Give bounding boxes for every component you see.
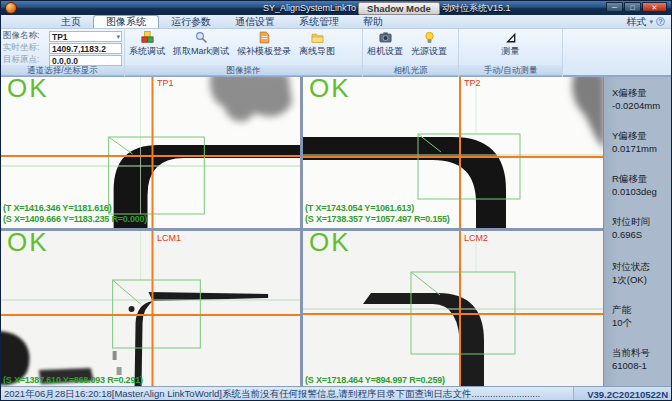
camera-icon xyxy=(378,31,392,44)
camera-view-tp1[interactable]: OK TP1 (T X=1416.346 Y=1181.616) (S X=14… xyxy=(1,77,300,228)
target-origin-value: 0.0,0.0 xyxy=(52,56,78,66)
realtime-coord-field: 1409.7,1183.2 xyxy=(49,43,122,54)
snap-coord-text: (S X=1409.666 Y=1183.235 R=0.000) xyxy=(3,214,147,224)
minimize-button[interactable]: ─ xyxy=(606,2,623,12)
system-debug-button[interactable]: 系统调试 xyxy=(125,29,169,58)
chevron-down-icon[interactable]: ▾ xyxy=(649,18,653,26)
camera-grid: OK TP1 (T X=1416.346 Y=1181.616) (S X=14… xyxy=(1,77,672,386)
image-name-label: 图像名称: xyxy=(3,30,49,42)
panel-label-lcm1: LCM1 xyxy=(157,233,181,243)
group-caption-image-ops: 图像操作 xyxy=(125,65,362,76)
style-dropdown[interactable]: 样式 xyxy=(626,15,646,29)
title-text-left: SY_AlignSystemLinkTo xyxy=(263,3,356,13)
help-icon[interactable]: ? xyxy=(656,17,665,26)
menu-item-help[interactable]: 帮助 xyxy=(351,15,395,28)
status-message: 2021年06月28日16:20:18[MasterAlign LinkToWo… xyxy=(1,388,573,401)
image-name-value: TP1 xyxy=(52,32,68,42)
title-bar: SY_AlignSystemLinkTo Shadow Mode 动对位系统V1… xyxy=(1,1,672,15)
cubes-icon xyxy=(140,31,154,44)
align-status-label: 对位状态 xyxy=(612,261,672,274)
x-offset-label: X偏移量 xyxy=(612,87,672,100)
template-register-button[interactable]: 候补模板登录 xyxy=(233,29,295,58)
window-title: SY_AlignSystemLinkTo Shadow Mode 动对位系统V1… xyxy=(263,1,510,15)
chevron-down-icon: ▾ xyxy=(116,32,120,42)
menu-item-system-mgmt[interactable]: 系统管理 xyxy=(287,15,351,28)
ribbon-filler xyxy=(563,29,672,75)
menu-bar: 主页 图像系统 运行参数 通信设置 系统管理 帮助 样式 ▾ ? xyxy=(1,15,672,29)
status-ok: OK xyxy=(7,77,49,104)
measure-group: 测量 手动/自动测量 xyxy=(459,29,563,77)
menu-item-image-system[interactable]: 图像系统 xyxy=(93,15,159,28)
image-ops-group: 系统调试 抓取Mark测试 候补模板登录 xyxy=(125,29,363,77)
window-controls: ─ □ ✕ xyxy=(606,2,667,12)
maximize-button[interactable]: □ xyxy=(624,2,641,12)
x-offset-value: -0.0204mm xyxy=(612,100,672,111)
app-window: SY_AlignSystemLinkTo Shadow Mode 动对位系统V1… xyxy=(0,0,672,401)
title-text-right: 动对位系统V15.1 xyxy=(442,2,511,15)
y-offset-value: 0.0171mm xyxy=(612,143,672,154)
status-bar: 2021年06月28日16:20:18[MasterAlign LinkToWo… xyxy=(1,386,672,401)
group-caption-measure: 手动/自动测量 xyxy=(459,65,562,76)
panel-label-lcm2: LCM2 xyxy=(464,233,488,243)
align-time-label: 对位时间 xyxy=(612,216,672,229)
target-coord-text: (T X=1416.346 Y=1181.616) xyxy=(3,203,111,213)
camera-view-lcm1[interactable]: OK LCM1 (S X=1387.610 Y=868.093 R=0.291) xyxy=(1,231,300,386)
measure-icon xyxy=(504,31,518,44)
status-ok: OK xyxy=(309,77,351,104)
light-settings-button[interactable]: 光源设置 xyxy=(407,29,451,58)
target-origin-field: 0.0,0.0 xyxy=(49,55,122,66)
folder-icon xyxy=(310,31,324,44)
realtime-coord-label: 实时坐标: xyxy=(3,42,49,54)
snap-coord-text: (S X=1738.357 Y=1057.497 R=0.155) xyxy=(305,214,450,224)
menu-item-comm-settings[interactable]: 通信设置 xyxy=(223,15,287,28)
snap-coord-text: (S X=1718.464 Y=894.997 R=0.259) xyxy=(305,375,445,385)
group-caption-camera-light: 相机光源 xyxy=(363,65,458,76)
r-offset-value: 0.0103deg xyxy=(612,186,672,197)
target-coord-text: (T X=1743.054 Y=1061.613) xyxy=(305,203,414,213)
channel-coord-group: 图像名称: TP1 ▾ 实时坐标: 1409.7,1183.2 目标原点: 0.… xyxy=(1,29,125,77)
image-name-select[interactable]: TP1 ▾ xyxy=(49,31,122,42)
align-status-value: 1次(OK) xyxy=(612,274,672,287)
current-part-label: 当前料号 xyxy=(612,347,672,360)
measurement-sidebar: X偏移量 -0.0204mm Y偏移量 0.0171mm R偏移量 0.0103… xyxy=(603,77,672,386)
r-offset-label: R偏移量 xyxy=(612,173,672,186)
camera-light-group: 相机设置 光源设置 相机光源 xyxy=(363,29,459,77)
panel-label-tp1: TP1 xyxy=(157,78,174,88)
camera-settings-button[interactable]: 相机设置 xyxy=(363,29,407,58)
current-part-value: 61008-1 xyxy=(612,360,672,371)
magnifier-icon xyxy=(194,31,208,44)
status-ok: OK xyxy=(7,231,49,258)
y-offset-label: Y偏移量 xyxy=(612,130,672,143)
app-orb-icon[interactable] xyxy=(5,2,17,14)
measure-button[interactable]: 测量 xyxy=(498,29,524,58)
align-time-value: 0.696S xyxy=(612,229,672,240)
panel-label-tp2: TP2 xyxy=(464,78,481,88)
status-ok: OK xyxy=(309,231,351,258)
camera-view-lcm2[interactable]: OK LCM2 (S X=1718.464 Y=894.997 R=0.259) xyxy=(303,231,603,386)
version-text: V39.2C20210522N xyxy=(573,387,672,401)
ribbon-toolbar: 图像名称: TP1 ▾ 实时坐标: 1409.7,1183.2 目标原点: 0.… xyxy=(1,29,672,77)
menu-item-home[interactable]: 主页 xyxy=(49,15,93,28)
close-button[interactable]: ✕ xyxy=(642,2,667,12)
offline-map-button[interactable]: 离线导图 xyxy=(295,29,339,58)
menu-item-run-params[interactable]: 运行参数 xyxy=(159,15,223,28)
group-caption-channel: 通道选择/坐标显示 xyxy=(1,65,124,76)
snap-coord-text: (S X=1387.610 Y=868.093 R=0.291) xyxy=(3,375,143,385)
camera-view-tp2[interactable]: OK TP2 (T X=1743.054 Y=1061.613) (S X=17… xyxy=(303,77,603,228)
capacity-label: 产能 xyxy=(612,304,672,317)
realtime-coord-value: 1409.7,1183.2 xyxy=(52,44,106,54)
shadow-mode-badge: Shadow Mode xyxy=(358,2,440,15)
bulb-icon xyxy=(422,31,436,44)
template-icon xyxy=(257,31,271,44)
grab-mark-test-button[interactable]: 抓取Mark测试 xyxy=(169,29,233,58)
capacity-value: 10个 xyxy=(612,317,672,330)
